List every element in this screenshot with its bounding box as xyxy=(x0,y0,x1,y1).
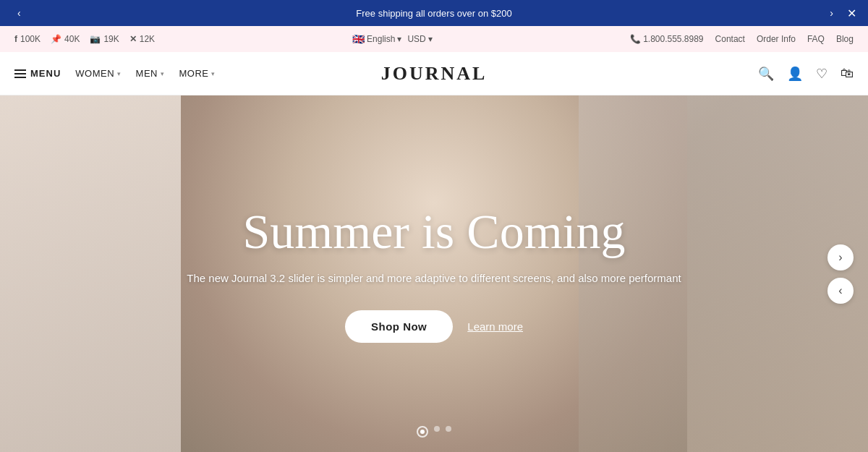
site-logo[interactable]: JOURNAL xyxy=(381,63,488,85)
language-label: English xyxy=(367,34,395,44)
lang-currency-selector: 🇬🇧 English ▾ USD ▾ xyxy=(352,33,433,45)
announcement-bar: ‹ Free shipping all orders over on $200 … xyxy=(0,0,868,26)
pinterest-link[interactable]: 📌 40K xyxy=(51,34,80,44)
top-bar: f 100K 📌 40K 📷 19K ✕ 12K 🇬🇧 English ▾ US… xyxy=(0,26,868,52)
pinterest-count: 40K xyxy=(64,34,80,44)
slider-dot-1[interactable] xyxy=(417,426,428,438)
nav-right: 🔍 👤 ♡ 🛍 xyxy=(758,66,854,82)
instagram-count: 19K xyxy=(103,34,119,44)
slider-prev-button[interactable]: ‹ xyxy=(827,278,854,304)
hero-subtitle: The new Journal 3.2 slider is simpler an… xyxy=(187,272,681,284)
men-nav-link[interactable]: MEN ▾ xyxy=(136,68,165,79)
cart-button[interactable]: 🛍 xyxy=(841,66,854,81)
announcement-text: Free shipping all orders over on $200 xyxy=(356,8,511,19)
facebook-icon: f xyxy=(14,34,17,44)
men-chevron-icon: ▾ xyxy=(161,70,165,77)
phone-icon: 📞 xyxy=(630,34,641,44)
instagram-icon: 📷 xyxy=(90,34,101,44)
hamburger-icon xyxy=(14,69,26,78)
hero-section: Summer is Coming The new Journal 3.2 sli… xyxy=(0,95,868,452)
twitter-count: 12K xyxy=(140,34,155,44)
pinterest-icon: 📌 xyxy=(51,34,61,44)
facebook-count: 100K xyxy=(20,34,41,44)
learn-more-button[interactable]: Learn more xyxy=(467,320,523,333)
top-bar-links: 📞 1.800.555.8989 Contact Order Info FAQ … xyxy=(630,34,854,44)
navbar: MENU WOMEN ▾ MEN ▾ MORE ▾ JOURNAL 🔍 👤 ♡ … xyxy=(0,52,868,95)
chevron-right-icon: › xyxy=(838,251,842,264)
search-button[interactable]: 🔍 xyxy=(758,66,774,82)
announcement-close-button[interactable]: ✕ xyxy=(847,7,856,20)
chevron-left-icon: ‹ xyxy=(838,284,842,297)
instagram-link[interactable]: 📷 19K xyxy=(90,34,119,44)
phone-link[interactable]: 📞 1.800.555.8989 xyxy=(630,34,704,44)
wishlist-button[interactable]: ♡ xyxy=(816,66,827,82)
nav-left: MENU WOMEN ▾ MEN ▾ MORE ▾ xyxy=(14,68,216,79)
hero-content: Summer is Coming The new Journal 3.2 sli… xyxy=(0,95,868,452)
menu-button[interactable]: MENU xyxy=(14,68,61,79)
language-selector[interactable]: 🇬🇧 English ▾ xyxy=(352,33,401,45)
more-nav-link[interactable]: MORE ▾ xyxy=(179,68,216,79)
slider-navigation: › ‹ xyxy=(827,244,854,304)
menu-label: MENU xyxy=(30,68,61,79)
order-info-link[interactable]: Order Info xyxy=(757,34,796,44)
heart-icon: ♡ xyxy=(816,66,827,82)
slider-next-button[interactable]: › xyxy=(827,244,854,270)
currency-selector[interactable]: USD ▾ xyxy=(407,34,432,44)
shop-now-button[interactable]: Shop Now xyxy=(345,310,453,343)
flag-icon: 🇬🇧 xyxy=(352,33,365,45)
currency-label: USD xyxy=(407,34,425,44)
account-icon: 👤 xyxy=(787,66,803,82)
women-nav-link[interactable]: WOMEN ▾ xyxy=(75,68,121,79)
slider-dot-1-inner xyxy=(420,430,425,434)
twitter-icon: ✕ xyxy=(129,34,137,44)
twitter-link[interactable]: ✕ 12K xyxy=(129,34,155,44)
more-chevron-icon: ▾ xyxy=(211,70,216,77)
social-links: f 100K 📌 40K 📷 19K ✕ 12K xyxy=(14,34,155,44)
faq-link[interactable]: FAQ xyxy=(807,34,825,44)
slider-dots xyxy=(417,426,451,438)
hero-actions: Shop Now Learn more xyxy=(345,310,523,343)
cart-icon: 🛍 xyxy=(841,66,854,81)
facebook-link[interactable]: f 100K xyxy=(14,34,41,44)
phone-number: 1.800.555.8989 xyxy=(643,34,703,44)
language-chevron: ▾ xyxy=(397,34,401,44)
women-chevron-icon: ▾ xyxy=(117,70,122,77)
announcement-next-button[interactable]: › xyxy=(824,4,839,22)
announcement-prev-button[interactable]: ‹ xyxy=(12,4,27,22)
currency-chevron: ▾ xyxy=(428,34,433,44)
blog-link[interactable]: Blog xyxy=(836,34,854,44)
contact-link[interactable]: Contact xyxy=(715,34,745,44)
slider-dot-2[interactable] xyxy=(434,426,440,432)
search-icon: 🔍 xyxy=(758,66,774,82)
hero-title: Summer is Coming xyxy=(243,205,626,259)
slider-dot-3[interactable] xyxy=(446,426,451,432)
account-button[interactable]: 👤 xyxy=(787,66,803,82)
